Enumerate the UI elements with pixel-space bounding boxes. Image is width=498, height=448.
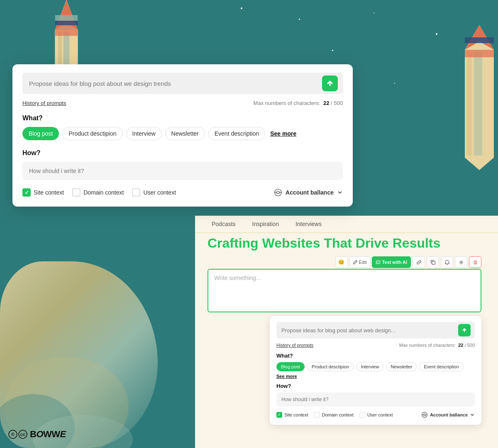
main-submit-button[interactable] xyxy=(322,75,338,91)
svg-rect-7 xyxy=(55,21,78,25)
domain-context-checkbox xyxy=(72,188,81,197)
mini-what-label: What? xyxy=(276,353,475,359)
mini-account-balance-label: Account ballance xyxy=(430,412,468,417)
tab-bar: Podcasts Inspiration Interviews xyxy=(195,216,498,233)
star-6 xyxy=(394,83,395,84)
star-3 xyxy=(374,12,374,13)
mini-tag-event[interactable]: Event description xyxy=(419,362,463,371)
mini-prompt-input[interactable] xyxy=(281,327,458,334)
history-link[interactable]: History of prompts xyxy=(22,100,66,106)
mini-domain-label: Domain context xyxy=(322,412,353,417)
mini-user-checkbox-box xyxy=(359,412,365,418)
mini-site-label: Site context xyxy=(284,412,308,417)
tag-product[interactable]: Product desctipion xyxy=(62,127,122,140)
checkbox-domain-context[interactable]: Domain context xyxy=(72,188,124,197)
mini-site-checkbox-box xyxy=(276,412,282,418)
tab-inspiration[interactable]: Inspiration xyxy=(244,216,288,232)
tag-newsletter[interactable]: Newsletter xyxy=(165,127,205,140)
mini-tag-interview[interactable]: Interview xyxy=(356,362,383,371)
tab-interviews[interactable]: Interviews xyxy=(287,216,330,232)
mini-tag-blogpost[interactable]: Blog post xyxy=(276,362,305,371)
bottom-row: Site context Domain context User context… xyxy=(22,188,343,197)
svg-point-21 xyxy=(460,261,461,263)
checkbox-user-context[interactable]: User context xyxy=(132,188,176,197)
site-context-checkbox xyxy=(22,188,31,197)
mini-input-row xyxy=(276,322,475,338)
mini-tag-newsletter[interactable]: Newsletter xyxy=(386,362,417,371)
domain-context-label: Domain context xyxy=(83,189,124,196)
logo-icons: © CC xyxy=(8,430,27,439)
mini-see-more-link[interactable]: See more xyxy=(276,374,297,379)
write-placeholder: Write something... xyxy=(214,275,261,281)
mini-how-input[interactable] xyxy=(276,392,475,407)
copyright-icon: © xyxy=(8,430,17,439)
edit-button[interactable]: Edit xyxy=(349,256,370,268)
bell-button[interactable] xyxy=(441,256,453,268)
mini-tags-row: Blog post Product desctipion Interview N… xyxy=(276,362,475,379)
meta-row: History of prompts Max numbers of charac… xyxy=(22,100,343,106)
mini-bottom-row: Site context Domain context User context… xyxy=(276,411,475,418)
checkboxes-group: Site context Domain context User context xyxy=(22,188,176,197)
emoji-button[interactable]: 😊 xyxy=(335,256,348,268)
svg-rect-20 xyxy=(432,261,435,264)
mini-user-label: User context xyxy=(367,412,393,417)
mini-history-link[interactable]: History of prompts xyxy=(276,343,313,348)
site-context-label: Site context xyxy=(34,189,64,196)
how-input[interactable] xyxy=(22,162,343,180)
mini-checkbox-user[interactable]: User context xyxy=(359,412,393,418)
svg-point-25 xyxy=(277,191,279,194)
user-context-checkbox xyxy=(132,188,140,197)
link-button[interactable] xyxy=(413,256,425,268)
mini-char-count: Max numbers of characters: 22 / 500 xyxy=(399,343,475,348)
svg-rect-19 xyxy=(376,261,380,264)
svg-text:©: © xyxy=(11,432,15,437)
svg-rect-13 xyxy=(474,52,482,156)
what-section-label: What? xyxy=(22,114,343,122)
mini-checkbox-domain[interactable]: Domain context xyxy=(314,412,353,418)
user-context-label: User context xyxy=(143,189,176,196)
star-5 xyxy=(332,50,333,51)
mini-meta-row: History of prompts Max numbers of charac… xyxy=(276,343,475,348)
cc-icon: CC xyxy=(18,430,27,439)
watercolor-accent xyxy=(0,282,166,448)
editor-title: Crafting Websites That Drive Results xyxy=(208,236,481,251)
bowwe-logo: © CC BOWWE xyxy=(8,429,66,440)
mini-checkbox-site[interactable]: Site context xyxy=(276,412,308,418)
star-1 xyxy=(241,7,242,9)
checkbox-site-context[interactable]: Site context xyxy=(22,188,64,197)
mini-tag-product[interactable]: Product desctipion xyxy=(307,362,354,371)
mini-submit-button[interactable] xyxy=(458,324,471,336)
copy-button[interactable] xyxy=(427,256,439,268)
bowwe-logo-text: BOWWE xyxy=(30,429,66,440)
editor-write-area[interactable]: Write something... xyxy=(208,269,481,312)
how-section-label: How? xyxy=(22,149,343,157)
mini-account-balance[interactable]: Account ballance xyxy=(421,411,475,418)
star-4 xyxy=(436,33,437,35)
edit-label: Edit xyxy=(359,260,367,265)
svg-point-23 xyxy=(424,414,426,416)
tag-blogpost[interactable]: Blog post xyxy=(22,127,59,140)
account-balance[interactable]: Account ballance xyxy=(274,188,343,197)
mini-checkboxes: Site context Domain context User context xyxy=(276,412,393,418)
tag-event[interactable]: Event description xyxy=(208,127,265,140)
rocket-right-icon xyxy=(461,25,498,170)
settings-button[interactable] xyxy=(455,256,467,268)
delete-button[interactable] xyxy=(469,256,481,268)
text-ai-button[interactable]: Text with AI xyxy=(372,256,411,268)
tab-podcasts[interactable]: Podcasts xyxy=(203,216,244,232)
mini-modal: History of prompts Max numbers of charac… xyxy=(270,316,481,425)
main-modal: History of prompts Max numbers of charac… xyxy=(12,64,353,207)
svg-rect-8 xyxy=(55,15,78,21)
svg-rect-12 xyxy=(467,52,472,156)
main-input-row xyxy=(22,73,343,94)
svg-text:CC: CC xyxy=(20,433,26,437)
text-ai-label: Text with AI xyxy=(382,260,408,265)
main-prompt-input[interactable] xyxy=(29,80,322,87)
star-2 xyxy=(299,19,300,20)
tag-interview[interactable]: Interview xyxy=(126,127,162,140)
char-count-display: Max numbers of characters: 22 / 500 xyxy=(254,100,343,106)
see-more-link[interactable]: See more xyxy=(270,130,296,137)
mini-how-label: How? xyxy=(276,383,475,389)
mini-domain-checkbox-box xyxy=(314,412,320,418)
svg-rect-14 xyxy=(465,50,494,57)
